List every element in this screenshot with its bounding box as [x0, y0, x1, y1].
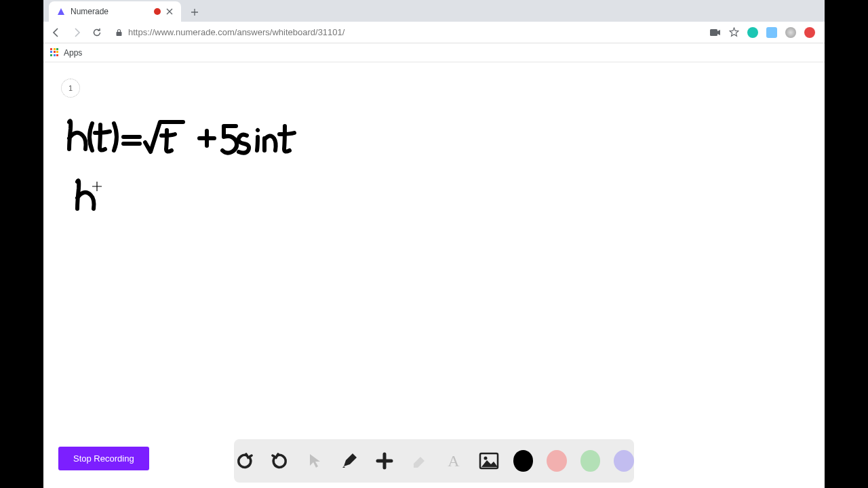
stop-recording-label: Stop Recording [73, 453, 134, 464]
text-tool[interactable]: A [443, 449, 465, 472]
url-text: https://www.numerade.com/answers/whitebo… [128, 27, 344, 37]
color-swatch-black[interactable] [513, 450, 534, 472]
nav-toolbar: https://www.numerade.com/answers/whitebo… [43, 22, 825, 43]
tab-strip: Numerade [43, 0, 825, 22]
add-tool[interactable] [374, 449, 395, 472]
new-tab-button[interactable] [185, 3, 204, 22]
svg-rect-2 [710, 29, 717, 36]
tab-title: Numerade [71, 7, 150, 16]
image-tool[interactable] [478, 449, 499, 472]
extensions-area [710, 27, 819, 38]
svg-point-5 [484, 457, 487, 460]
browser-window: Numerade [43, 0, 825, 488]
reload-button[interactable] [90, 25, 104, 40]
color-swatch-pink[interactable] [547, 450, 567, 472]
page-content: 1 [43, 62, 825, 488]
back-button[interactable] [49, 25, 64, 40]
https-lock-icon [115, 28, 123, 37]
tab-close-button[interactable] [165, 7, 174, 16]
svg-marker-0 [58, 8, 64, 15]
crosshair-cursor-icon [92, 182, 102, 191]
recording-indicator-icon [154, 8, 161, 15]
bookmark-star-icon[interactable] [729, 27, 739, 37]
extension-icon-3[interactable] [785, 27, 796, 38]
extension-icon-4[interactable] [804, 27, 815, 38]
apps-label[interactable]: Apps [64, 48, 82, 58]
pencil-tool[interactable] [338, 449, 359, 472]
eraser-tool[interactable] [408, 449, 429, 472]
left-black-bar [0, 0, 43, 488]
stop-recording-button[interactable]: Stop Recording [58, 447, 149, 470]
forward-button[interactable] [69, 25, 84, 40]
camera-icon[interactable] [710, 28, 721, 37]
svg-rect-1 [117, 32, 122, 36]
tab-numerade[interactable]: Numerade [49, 1, 181, 22]
extension-icon-1[interactable] [747, 27, 758, 38]
extension-icon-2[interactable] [766, 27, 777, 38]
pointer-tool[interactable] [304, 449, 325, 472]
redo-button[interactable] [269, 449, 290, 472]
whiteboard-canvas[interactable] [43, 62, 825, 483]
bookmarks-bar: Apps [43, 43, 825, 62]
svg-text:A: A [448, 452, 460, 470]
apps-grid-icon[interactable] [50, 48, 60, 58]
right-black-bar [825, 0, 868, 488]
equation-line-2 [77, 180, 94, 209]
address-bar[interactable]: https://www.numerade.com/answers/whitebo… [110, 24, 705, 41]
whiteboard-toolbar: A [234, 439, 634, 483]
color-swatch-purple[interactable] [614, 450, 634, 472]
tab-favicon [56, 6, 66, 17]
equation-line-1 [69, 121, 294, 152]
undo-button[interactable] [234, 449, 255, 472]
color-swatch-green[interactable] [580, 450, 601, 472]
